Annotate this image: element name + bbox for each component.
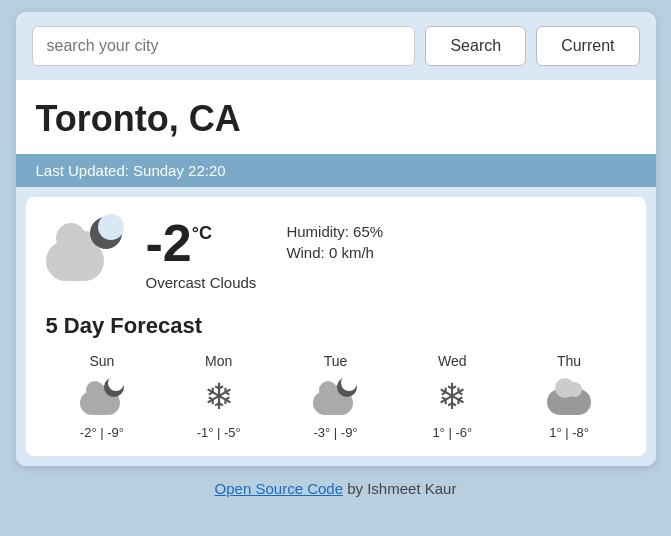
footer: Open Source Code by Ishmeet Kaur — [215, 480, 457, 507]
current-button[interactable]: Current — [536, 26, 639, 66]
current-weather-icon — [46, 217, 126, 287]
day-label-mon: Mon — [205, 353, 232, 369]
wind: Wind: 0 km/h — [286, 244, 383, 261]
city-name: Toronto, CA — [36, 98, 636, 140]
last-updated-bar: Last Updated: Sunday 22:20 — [16, 154, 656, 187]
temperature-unit: °C — [192, 223, 212, 244]
day-label-wed: Wed — [438, 353, 467, 369]
temperature-value: -2 — [146, 217, 192, 269]
forecast-day-tue: Tue -3° | -9° — [279, 353, 392, 440]
temps-sun: -2° | -9° — [80, 425, 124, 440]
temp-row: -2 °C — [146, 217, 212, 269]
temperature-block: -2 °C Overcast Clouds — [146, 217, 257, 293]
temps-wed: 1° | -6° — [432, 425, 472, 440]
day-label-thu: Thu — [557, 353, 581, 369]
forecast-day-thu: Thu 1° | -8° — [513, 353, 626, 440]
temps-thu: 1° | -8° — [549, 425, 589, 440]
city-banner: Toronto, CA — [16, 80, 656, 154]
icon-thu — [545, 377, 593, 417]
day-label-tue: Tue — [324, 353, 348, 369]
search-input[interactable] — [32, 26, 416, 66]
search-row: Search Current — [16, 12, 656, 80]
forecast-day-mon: Mon ❄ -1° | -5° — [162, 353, 275, 440]
icon-sun — [78, 377, 126, 417]
source-code-link[interactable]: Open Source Code — [215, 480, 343, 497]
forecast-grid: Sun -2° | -9° Mon ❄ -1° | -5° — [46, 353, 626, 440]
humidity: Humidity: 65% — [286, 223, 383, 240]
footer-suffix: by Ishmeet Kaur — [343, 480, 456, 497]
search-button[interactable]: Search — [425, 26, 526, 66]
weather-main: -2 °C Overcast Clouds Humidity: 65% Wind… — [26, 197, 646, 456]
current-weather-section: -2 °C Overcast Clouds Humidity: 65% Wind… — [46, 217, 626, 293]
icon-tue — [311, 377, 359, 417]
last-updated-text: Last Updated: Sunday 22:20 — [36, 162, 226, 179]
condition-label: Overcast Clouds — [146, 273, 257, 293]
forecast-day-sun: Sun -2° | -9° — [46, 353, 159, 440]
main-card: Search Current Toronto, CA Last Updated:… — [16, 12, 656, 466]
temps-mon: -1° | -5° — [197, 425, 241, 440]
temps-tue: -3° | -9° — [313, 425, 357, 440]
forecast-section: 5 Day Forecast Sun -2° | -9° Mon ❄ — [46, 313, 626, 440]
icon-mon: ❄ — [195, 377, 243, 417]
day-label-sun: Sun — [89, 353, 114, 369]
forecast-title: 5 Day Forecast — [46, 313, 626, 339]
icon-wed: ❄ — [428, 377, 476, 417]
weather-details: Humidity: 65% Wind: 0 km/h — [286, 217, 383, 261]
forecast-day-wed: Wed ❄ 1° | -6° — [396, 353, 509, 440]
